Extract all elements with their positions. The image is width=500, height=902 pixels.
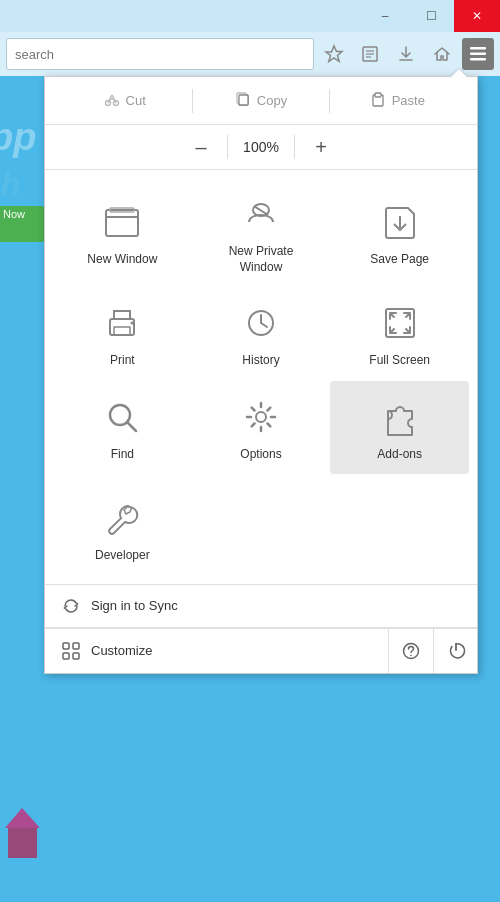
customize-icon	[61, 642, 81, 660]
sign-in-label: Sign in to Sync	[91, 598, 178, 613]
svg-rect-6	[470, 53, 486, 56]
new-window-label: New Window	[87, 252, 157, 268]
edit-row: Cut Copy Paste	[45, 77, 477, 125]
svg-rect-35	[73, 643, 79, 649]
zoom-row: – 100% +	[45, 125, 477, 170]
save-page-label: Save Page	[370, 252, 429, 268]
power-button[interactable]	[433, 629, 477, 673]
bg-green-button: Now	[0, 206, 45, 242]
cut-icon	[104, 91, 120, 110]
minimize-button[interactable]: –	[362, 0, 408, 32]
cut-label: Cut	[126, 93, 146, 108]
download-button[interactable]	[390, 38, 422, 70]
cut-button[interactable]: Cut	[57, 85, 192, 116]
print-item[interactable]: Print	[53, 287, 192, 381]
new-private-window-item[interactable]: New Private Window	[192, 178, 331, 287]
svg-point-33	[256, 412, 266, 422]
developer-icon	[98, 494, 146, 542]
history-label: History	[242, 353, 279, 369]
address-bar[interactable]	[6, 38, 314, 70]
new-window-icon	[98, 198, 146, 246]
full-screen-item[interactable]: Full Screen	[330, 287, 469, 381]
home-button[interactable]	[426, 38, 458, 70]
svg-rect-20	[106, 210, 138, 236]
history-item[interactable]: History	[192, 287, 331, 381]
zoom-divider-right	[294, 135, 295, 159]
title-bar: – ☐ ✕	[0, 0, 500, 32]
sign-in-item[interactable]: Sign in to Sync	[45, 585, 477, 628]
copy-icon	[235, 91, 251, 110]
zoom-increase-button[interactable]: +	[303, 131, 339, 163]
paste-label: Paste	[392, 93, 425, 108]
save-page-icon	[376, 198, 424, 246]
options-icon	[237, 393, 285, 441]
paste-icon	[370, 91, 386, 110]
sync-icon	[61, 597, 81, 615]
svg-rect-9	[8, 828, 37, 858]
find-icon	[98, 393, 146, 441]
bg-house	[0, 788, 45, 872]
svg-rect-34	[63, 643, 69, 649]
private-window-icon	[237, 190, 285, 238]
addons-icon	[376, 393, 424, 441]
svg-rect-19	[375, 93, 381, 97]
print-icon	[98, 299, 146, 347]
menu-bottom: Sign in to Sync Customize	[45, 584, 477, 673]
browser-toolbar	[0, 32, 500, 76]
find-label: Find	[111, 447, 134, 463]
history-icon	[237, 299, 285, 347]
save-page-item[interactable]: Save Page	[330, 178, 469, 287]
menu-button[interactable]	[462, 38, 494, 70]
svg-point-39	[410, 655, 412, 657]
copy-label: Copy	[257, 93, 287, 108]
customize-item[interactable]: Customize	[45, 630, 388, 672]
svg-marker-8	[5, 808, 40, 828]
customize-row: Customize	[45, 628, 477, 673]
zoom-divider-left	[227, 135, 228, 159]
developer-item[interactable]: Developer	[53, 482, 192, 576]
add-ons-item[interactable]: Add-ons	[330, 381, 469, 475]
customize-label: Customize	[91, 643, 152, 658]
paste-button[interactable]: Paste	[330, 85, 465, 116]
customize-right-icons	[388, 629, 477, 673]
maximize-button[interactable]: ☐	[408, 0, 454, 32]
svg-rect-5	[470, 47, 486, 50]
find-item[interactable]: Find	[53, 381, 192, 475]
reader-button[interactable]	[354, 38, 386, 70]
developer-row: Developer	[45, 482, 477, 584]
svg-rect-27	[114, 327, 130, 335]
new-private-window-label: New Private Window	[229, 244, 294, 275]
svg-rect-17	[239, 95, 248, 105]
svg-point-28	[131, 322, 134, 325]
developer-label: Developer	[95, 548, 150, 564]
zoom-level: 100%	[236, 139, 286, 155]
help-button[interactable]	[389, 629, 433, 673]
new-window-item[interactable]: New Window	[53, 178, 192, 287]
svg-rect-7	[470, 58, 486, 61]
menu-arrow	[451, 69, 467, 77]
zoom-decrease-button[interactable]: –	[183, 131, 219, 163]
add-ons-label: Add-ons	[377, 447, 422, 463]
options-label: Options	[240, 447, 281, 463]
copy-button[interactable]: Copy	[193, 85, 328, 116]
bg-watermark: pp	[0, 116, 36, 159]
close-button[interactable]: ✕	[454, 0, 500, 32]
dropdown-menu: Cut Copy Paste	[44, 76, 478, 674]
bookmark-button[interactable]	[318, 38, 350, 70]
print-label: Print	[110, 353, 135, 369]
svg-line-32	[127, 422, 136, 431]
fullscreen-icon	[376, 299, 424, 347]
menu-grid: New Window New Private Window	[45, 170, 477, 482]
full-screen-label: Full Screen	[369, 353, 430, 369]
svg-rect-36	[63, 653, 69, 659]
bg-watermark2: th	[0, 166, 20, 203]
svg-rect-37	[73, 653, 79, 659]
options-item[interactable]: Options	[192, 381, 331, 475]
